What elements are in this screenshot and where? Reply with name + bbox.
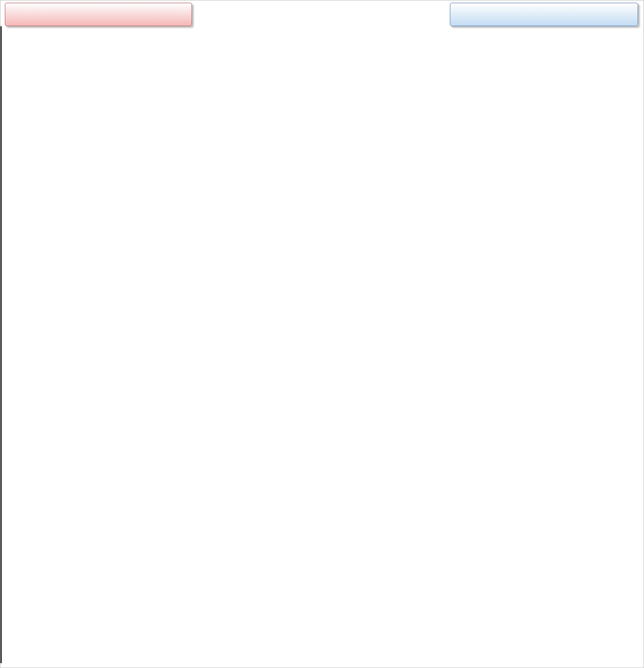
- sequence-diagram: [1, 1, 643, 667]
- participant-rs9116: [450, 3, 638, 26]
- participant-application: [5, 3, 192, 26]
- lifeline-rs9116: [0, 26, 2, 663]
